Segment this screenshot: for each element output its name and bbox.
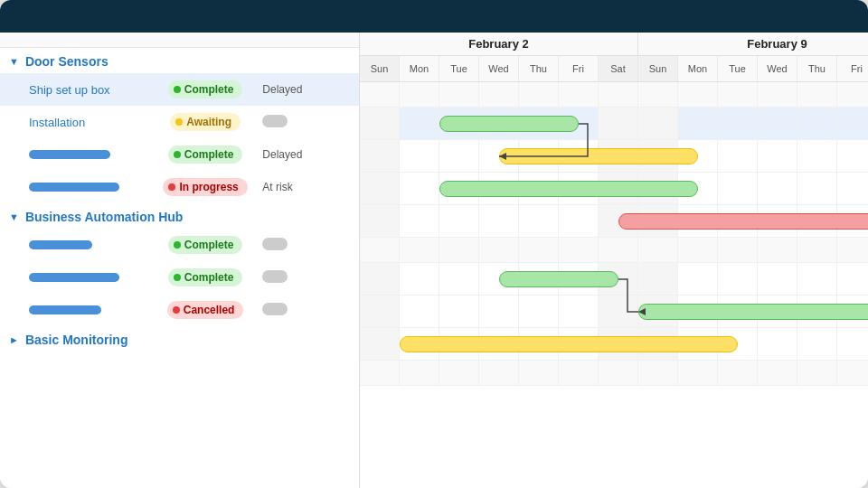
status-badge: Complete [168, 236, 243, 254]
badge-dot-icon [174, 274, 181, 281]
table-row: Installation Awaiting [0, 106, 359, 138]
group-name: Door Sensors [25, 54, 108, 69]
gantt-day-cell: Sun [360, 56, 400, 81]
gantt-data-row [360, 173, 868, 205]
badge-dot-icon [174, 86, 181, 93]
col-status: Delayed [253, 83, 343, 96]
gantt-group-row [360, 238, 868, 263]
col-state: Complete [157, 268, 253, 286]
col-item [29, 304, 157, 317]
gantt-data-row [360, 205, 868, 238]
col-status: At risk [253, 181, 343, 193]
col-status [253, 115, 343, 130]
row-item-label[interactable]: Ship set up box [29, 83, 110, 97]
gantt-bar [618, 213, 868, 230]
col-state: Awaiting [157, 113, 253, 131]
status-text: Delayed [262, 83, 302, 96]
col-state: Cancelled [157, 301, 253, 319]
badge-dot-icon [174, 241, 181, 249]
gantt-bar [400, 336, 738, 352]
chevron-icon: ► [9, 334, 19, 345]
row-item-label[interactable]: Installation [29, 116, 85, 129]
gantt-day-cell: Fri [837, 56, 868, 81]
group-name: Business Automation Hub [25, 210, 184, 224]
status-badge: In progress [163, 178, 247, 196]
gantt-day-row: SunMonTueWedThuFriSatSunMonTueWedThuFriS… [360, 56, 868, 81]
gantt-day-cell: Mon [678, 56, 718, 81]
gantt-day-cell: Mon [400, 56, 439, 81]
table-header [0, 33, 359, 48]
row-item-bar [29, 273, 119, 282]
gantt-bar [638, 304, 868, 320]
row-item-bar [29, 305, 101, 314]
gantt-panel: February 2February 9 SunMonTueWedThuFriS… [360, 33, 868, 488]
badge-dot-icon [174, 151, 181, 158]
left-panel: ▼Door Sensors Ship set up box Complete D… [0, 33, 360, 488]
status-badge: Awaiting [170, 113, 241, 131]
gantt-data-row [360, 108, 868, 140]
gantt-bar [499, 271, 618, 287]
group-name: Basic Monitoring [25, 333, 128, 347]
badge-label: Complete [184, 148, 234, 161]
toggle-switch[interactable] [262, 115, 288, 127]
col-state: Complete [157, 236, 253, 254]
table-row: Complete Delayed [0, 138, 359, 171]
table-row: Cancelled [0, 294, 359, 326]
gantt-day-cell: Sun [638, 56, 678, 81]
gantt-body [360, 82, 868, 488]
status-text: At risk [262, 181, 292, 193]
badge-dot-icon [173, 306, 180, 314]
badge-dot-icon [168, 183, 175, 191]
gantt-group-row [360, 361, 868, 386]
gantt-day-cell: Wed [758, 56, 797, 81]
status-badge: Complete [168, 145, 243, 164]
badge-label: Cancelled [184, 304, 235, 316]
gantt-data-row [360, 328, 868, 361]
gantt-day-cell: Tue [718, 56, 758, 81]
status-badge: Complete [168, 268, 243, 286]
gantt-bar [439, 116, 579, 132]
group-label-door-sensors[interactable]: ▼Door Sensors [0, 48, 359, 73]
app-header [0, 0, 868, 33]
group-label-business-auto[interactable]: ▼Business Automation Hub [0, 203, 359, 229]
col-item [29, 148, 157, 162]
gantt-bar [499, 148, 698, 164]
gantt-month-cell: February 2 [360, 33, 638, 55]
gantt-day-cell: Thu [797, 56, 837, 81]
gantt-day-cell: Sat [599, 56, 638, 81]
chevron-icon: ▼ [9, 56, 19, 67]
gantt-day-cell: Tue [439, 56, 479, 81]
toggle-switch[interactable] [262, 303, 288, 315]
gantt-group-row [360, 82, 868, 108]
gantt-month-cell: February 9 [638, 33, 868, 55]
status-badge: Complete [168, 80, 243, 99]
col-status: Delayed [253, 148, 343, 161]
gantt-month-row: February 2February 9 [360, 33, 868, 56]
row-item-bar [29, 240, 92, 249]
gantt-day-cell: Wed [479, 56, 519, 81]
badge-label: In progress [179, 181, 238, 193]
badge-label: Awaiting [186, 116, 231, 128]
toggle-switch[interactable] [262, 270, 288, 283]
col-status [253, 270, 343, 286]
badge-label: Complete [184, 271, 234, 284]
col-item: Installation [29, 116, 157, 129]
status-badge: Cancelled [167, 301, 244, 319]
badge-dot-icon [175, 118, 183, 126]
col-state: Complete [157, 80, 253, 99]
col-item: Ship set up box [29, 83, 157, 97]
status-text: Delayed [262, 148, 302, 161]
badge-label: Complete [184, 83, 234, 96]
app-container: ▼Door Sensors Ship set up box Complete D… [0, 0, 868, 488]
table-row: In progress At risk [0, 171, 359, 203]
col-item [29, 181, 157, 194]
table-body: ▼Door Sensors Ship set up box Complete D… [0, 48, 359, 352]
group-label-basic-monitoring[interactable]: ►Basic Monitoring [0, 326, 359, 352]
col-item [29, 239, 157, 252]
gantt-day-cell: Fri [559, 56, 599, 81]
gantt-bar [439, 181, 698, 197]
col-status [253, 238, 343, 253]
gantt-data-row [360, 140, 868, 173]
toggle-switch[interactable] [262, 238, 288, 250]
gantt-day-cell: Thu [519, 56, 559, 81]
